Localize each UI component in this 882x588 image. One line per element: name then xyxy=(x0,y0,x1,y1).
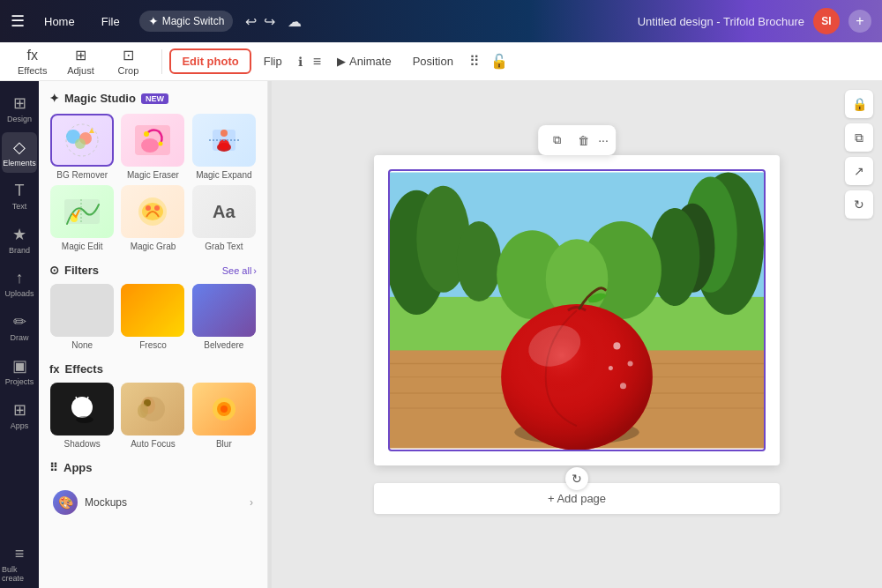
canvas-area: 🔒 ⧉ ↗ ↻ ⧉ 🗑 ··· xyxy=(272,81,882,588)
magic-edit-item[interactable]: Magic Edit xyxy=(49,185,115,251)
text-icon: T xyxy=(15,182,25,200)
redo-button[interactable]: ↪ xyxy=(264,13,275,30)
frame-more-button[interactable]: ··· xyxy=(598,133,609,147)
see-all-filters-button[interactable]: See all › xyxy=(222,265,257,276)
frame-delete-button[interactable]: 🗑 xyxy=(572,129,594,152)
sidebar-item-text[interactable]: T Text xyxy=(2,176,37,216)
magic-switch-button[interactable]: ✦ Magic Switch xyxy=(139,11,234,32)
sidebar-item-design[interactable]: ⊞ Design xyxy=(2,88,37,129)
filter-belvedere-item[interactable]: Belvedere xyxy=(191,284,257,350)
apps-section-icon: ⠿ xyxy=(49,461,58,474)
sidebar-label-uploads: Uploads xyxy=(4,289,34,298)
magic-expand-item[interactable]: Magic Expand xyxy=(191,114,257,180)
flip-button[interactable]: Flip xyxy=(255,50,291,72)
elements-icon: ◇ xyxy=(13,138,26,157)
magic-grab-item[interactable]: Magic Grab xyxy=(120,185,185,251)
effects-section-header: fx Effects xyxy=(49,362,257,376)
sidebar-item-brand[interactable]: ★ Brand xyxy=(2,220,37,260)
svg-point-53 xyxy=(613,342,620,349)
list-icon[interactable]: ≡ xyxy=(310,54,325,70)
sidebar-item-draw[interactable]: ✏ Draw xyxy=(2,307,37,347)
effects-label: Effects xyxy=(18,65,47,76)
svg-point-21 xyxy=(71,397,93,418)
mockups-chevron-icon: › xyxy=(250,496,253,509)
document-title: Untitled design - Trifold Brochure xyxy=(638,15,804,28)
magic-expand-label: Magic Expand xyxy=(196,170,251,180)
home-button[interactable]: Home xyxy=(37,11,82,32)
animate-button[interactable]: ▶ Animate xyxy=(328,50,400,72)
effect-blur-label: Blur xyxy=(216,439,232,449)
apps-icon: ⊞ xyxy=(13,400,26,420)
grab-text-item[interactable]: Aa Grab Text xyxy=(191,185,257,251)
avatar[interactable]: SI xyxy=(813,8,840,34)
effect-shadows-item[interactable]: Shadows xyxy=(49,383,115,449)
magic-grab-label: Magic Grab xyxy=(131,242,176,251)
apple-image[interactable] xyxy=(388,169,766,451)
effect-autofocus-label: Auto Focus xyxy=(131,439,176,449)
lock-icon[interactable]: 🔓 xyxy=(487,53,512,70)
filters-title: ⊙ Filters xyxy=(49,264,99,277)
rotate-handle[interactable]: ↻ xyxy=(565,467,588,490)
canvas-tool-export[interactable]: ↗ xyxy=(845,157,873,185)
sidebar-item-bulk-create[interactable]: ≡ Bulk create xyxy=(2,540,37,588)
position-button[interactable]: Position xyxy=(404,50,462,72)
mockups-app-item[interactable]: 🎨 Mockups › xyxy=(49,483,257,522)
tool-group-effects: fx Effects ⊞ Adjust ⊡ Crop xyxy=(9,43,151,79)
sidebar-label-brand: Brand xyxy=(9,246,30,255)
app-item-left: 🎨 Mockups xyxy=(53,490,127,515)
filter-fresco-item[interactable]: Fresco xyxy=(120,284,185,350)
sidebar-item-elements[interactable]: ◇ Elements xyxy=(2,132,37,173)
bg-remover-item[interactable]: BG Remover xyxy=(49,114,115,180)
uploads-icon: ↑ xyxy=(16,269,24,287)
hamburger-icon[interactable]: ☰ xyxy=(11,11,25,31)
effect-blur-item[interactable]: Blur xyxy=(191,383,257,449)
bg-remover-label: BG Remover xyxy=(56,170,108,180)
animate-icon: ▶ xyxy=(337,55,346,68)
effect-autofocus-item[interactable]: Auto Focus xyxy=(120,383,185,449)
separator-1 xyxy=(161,49,162,74)
info-icon[interactable]: ℹ xyxy=(295,55,306,69)
sidebar-item-apps[interactable]: ⊞ Apps xyxy=(2,395,37,435)
effects-title: fx Effects xyxy=(49,362,103,376)
magic-eraser-item[interactable]: Magic Eraser xyxy=(120,114,185,180)
grid-icon[interactable]: ⠿ xyxy=(466,53,483,70)
top-bar-left: ☰ Home File ✦ Magic Switch ↩ ↪ ☁ xyxy=(11,11,302,32)
filter-none-item[interactable]: None xyxy=(49,284,115,350)
magic-switch-label: Magic Switch xyxy=(162,15,225,27)
canvas-tool-refresh[interactable]: ↻ xyxy=(845,190,873,219)
crop-button[interactable]: ⊡ Crop xyxy=(105,43,151,79)
svg-point-11 xyxy=(219,139,229,150)
frame-copy-button[interactable]: ⧉ xyxy=(545,129,568,152)
undo-button[interactable]: ↩ xyxy=(245,13,257,30)
projects-icon: ▣ xyxy=(12,356,27,376)
effects-grid: Shadows Auto Focus xyxy=(49,383,257,449)
top-bar-right: Untitled design - Trifold Brochure SI + xyxy=(638,8,871,34)
canvas-tool-copy[interactable]: ⧉ xyxy=(845,123,873,152)
sidebar-label-bulk-create: Bulk create xyxy=(2,565,37,583)
svg-point-55 xyxy=(609,366,613,370)
bulk-create-icon: ≡ xyxy=(15,545,25,563)
canvas-frame-toolbar: ⧉ 🗑 ··· xyxy=(538,125,616,155)
crop-label: Crop xyxy=(118,65,139,76)
effects-section-icon: fx xyxy=(49,362,60,376)
svg-point-54 xyxy=(628,361,633,367)
file-button[interactable]: File xyxy=(94,11,127,32)
filters-icon: ⊙ xyxy=(49,264,59,277)
adjust-button[interactable]: ⊞ Adjust xyxy=(57,43,103,79)
filters-section-header: ⊙ Filters See all › xyxy=(49,264,257,277)
sidebar-item-projects[interactable]: ▣ Projects xyxy=(2,351,37,391)
magic-studio-title: ✦ Magic Studio NEW xyxy=(49,92,257,105)
effects-button[interactable]: fx Effects xyxy=(9,44,56,79)
svg-marker-4 xyxy=(89,128,94,133)
apps-title: ⠿ Apps xyxy=(49,461,257,474)
draw-icon: ✏ xyxy=(13,312,26,331)
sidebar-label-apps: Apps xyxy=(11,421,29,430)
svg-point-3 xyxy=(75,138,86,149)
svg-point-51 xyxy=(501,304,653,450)
mockups-app-label: Mockups xyxy=(85,496,127,509)
canvas-tool-lock[interactable]: 🔒 xyxy=(845,90,873,118)
share-button[interactable]: + xyxy=(848,10,871,33)
sidebar-label-draw: Draw xyxy=(10,333,28,342)
edit-photo-button[interactable]: Edit photo xyxy=(169,48,250,74)
sidebar-item-uploads[interactable]: ↑ Uploads xyxy=(2,264,37,303)
